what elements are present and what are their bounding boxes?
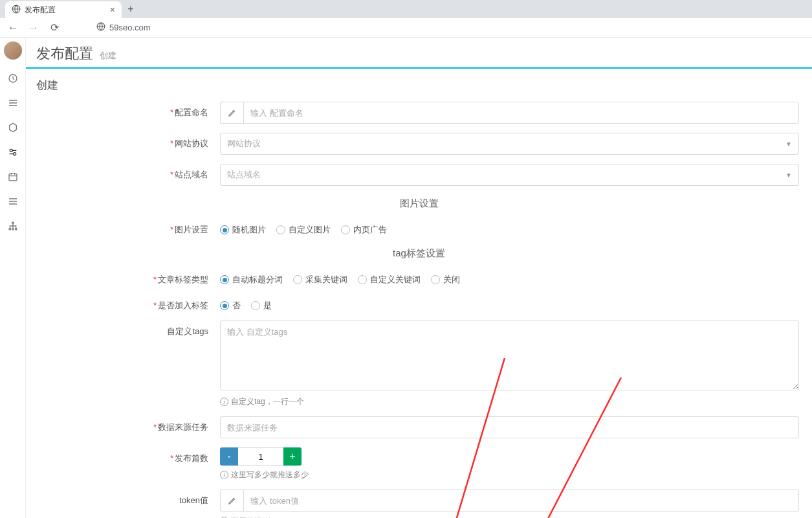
browser-tab[interactable]: 发布配置 × xyxy=(5,1,122,18)
tab-title: 发布配置 xyxy=(25,5,106,16)
label-config-name: 配置命名 xyxy=(175,107,208,117)
svg-point-9 xyxy=(15,228,17,230)
reload-button[interactable]: ⟳ xyxy=(47,20,62,36)
settings-icon[interactable] xyxy=(7,146,19,158)
radio-icon xyxy=(276,225,285,234)
svg-point-6 xyxy=(12,222,14,224)
label-tag-type: 文章标签类型 xyxy=(158,275,208,284)
label-custom-tags: 自定义tags xyxy=(167,326,208,336)
svg-point-7 xyxy=(9,228,11,230)
section-tag: tag标签设置 xyxy=(39,247,799,260)
radio-icon xyxy=(341,225,350,234)
label-site-protocol: 网站协议 xyxy=(175,139,208,148)
pencil-icon xyxy=(220,102,243,124)
info-icon: i xyxy=(220,471,228,479)
radio-icon xyxy=(220,275,229,284)
svg-point-8 xyxy=(12,228,14,230)
radio-label: 自动标题分词 xyxy=(232,274,283,286)
radio-option[interactable]: 关闭 xyxy=(431,274,460,286)
tag-type-radios: 自动标题分词采集关键词自定义关键词关闭 xyxy=(220,269,799,286)
config-name-input[interactable] xyxy=(243,102,799,124)
image-setting-radios: 随机图片自定义图片内页广告 xyxy=(220,219,799,236)
radio-icon xyxy=(431,275,440,284)
radio-option[interactable]: 自动标题分词 xyxy=(220,274,283,286)
label-add-tag: 是否加入标签 xyxy=(158,300,208,310)
sitemap-icon[interactable] xyxy=(7,220,19,232)
radio-icon xyxy=(220,301,229,310)
radio-option[interactable]: 随机图片 xyxy=(220,224,266,236)
pencil-icon xyxy=(220,490,243,512)
browser-tab-bar: 发布配置 × + xyxy=(0,0,812,18)
label-data-source: 数据来源任务 xyxy=(158,422,208,432)
radio-label: 内页广告 xyxy=(353,224,387,236)
label-image-setting: 图片设置 xyxy=(175,225,208,234)
radio-icon xyxy=(293,275,302,284)
svg-point-4 xyxy=(13,153,16,155)
add-tag-radios: 否是 xyxy=(220,295,799,311)
increment-button[interactable]: + xyxy=(283,447,302,466)
label-site-domain: 站点域名 xyxy=(175,170,208,179)
radio-label: 是 xyxy=(263,300,272,311)
radio-label: 随机图片 xyxy=(232,224,266,236)
chevron-down-icon: ▼ xyxy=(785,172,792,179)
svg-point-3 xyxy=(10,149,12,152)
avatar[interactable] xyxy=(4,41,22,60)
calendar-icon[interactable] xyxy=(7,171,19,183)
radio-option[interactable]: 自定义关键词 xyxy=(358,274,421,286)
site-protocol-select[interactable]: 网站协议▼ xyxy=(220,133,799,155)
sidebar xyxy=(0,38,26,518)
radio-icon xyxy=(358,275,367,284)
radio-option[interactable]: 自定义图片 xyxy=(276,224,331,236)
menu-icon[interactable] xyxy=(7,97,19,109)
page-header: 发布配置 创建 xyxy=(26,38,812,69)
token-input[interactable] xyxy=(243,490,799,512)
dashboard-icon[interactable] xyxy=(7,73,19,84)
section-image: 图片设置 xyxy=(39,197,799,210)
radio-option[interactable]: 是 xyxy=(251,300,272,311)
decrement-button[interactable]: - xyxy=(220,447,238,466)
globe-icon xyxy=(96,22,105,33)
data-source-input[interactable] xyxy=(220,416,799,438)
url-text[interactable]: 59seo.com xyxy=(109,23,151,32)
address-bar: ← → ⟳ 59seo.com xyxy=(0,18,812,38)
label-token: token值 xyxy=(179,495,208,505)
globe-icon xyxy=(12,5,21,16)
label-publish-count: 发布篇数 xyxy=(175,453,208,463)
custom-tags-textarea[interactable] xyxy=(220,321,799,390)
radio-icon xyxy=(220,225,229,234)
page-subtitle: 创建 xyxy=(100,51,116,60)
info-icon: i xyxy=(220,398,228,406)
hexagon-icon[interactable] xyxy=(7,122,19,133)
back-button[interactable]: ← xyxy=(5,20,21,36)
publish-count-input[interactable] xyxy=(238,447,283,466)
radio-label: 否 xyxy=(232,300,241,311)
chevron-down-icon: ▼ xyxy=(785,141,792,148)
radio-option[interactable]: 否 xyxy=(220,300,241,311)
radio-option[interactable]: 内页广告 xyxy=(341,224,387,236)
radio-label: 自定义关键词 xyxy=(370,274,421,286)
radio-label: 采集关键词 xyxy=(305,274,347,286)
help-publish-count: 这里写多少就推送多少 xyxy=(231,470,309,479)
radio-label: 自定义图片 xyxy=(289,224,331,236)
new-tab-button[interactable]: + xyxy=(122,0,140,18)
help-custom-tags: 自定义tag，一行一个 xyxy=(231,397,304,406)
radio-label: 关闭 xyxy=(443,274,460,286)
forward-button[interactable]: → xyxy=(26,20,41,36)
radio-option[interactable]: 采集关键词 xyxy=(293,274,347,286)
radio-icon xyxy=(251,301,260,310)
svg-rect-5 xyxy=(9,174,17,181)
close-icon[interactable]: × xyxy=(110,5,115,15)
panel-title: 创建 xyxy=(26,69,812,102)
list-icon[interactable] xyxy=(7,196,19,207)
page-title: 发布配置 xyxy=(36,45,93,62)
site-domain-select[interactable]: 站点域名▼ xyxy=(220,164,799,186)
